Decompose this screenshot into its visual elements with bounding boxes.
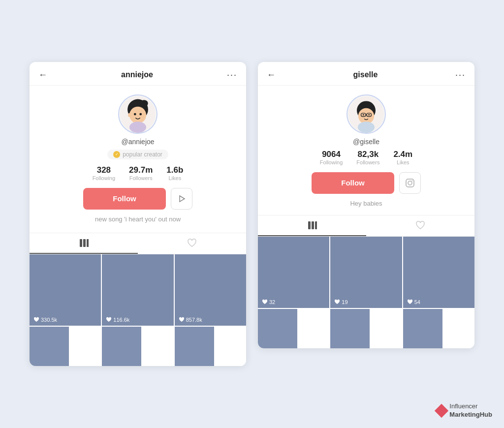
svg-point-4 bbox=[134, 113, 136, 115]
giselle-grid-tab[interactable] bbox=[258, 215, 366, 236]
svg-point-6 bbox=[129, 122, 146, 133]
svg-point-23 bbox=[411, 180, 412, 181]
giselle-card: ← giselle ··· bbox=[258, 62, 474, 348]
grid-item-3: 857.8k bbox=[175, 254, 246, 326]
anniejoe-profile: @anniejoe ✓ popular creator 328 Followin… bbox=[30, 86, 246, 233]
svg-point-3 bbox=[129, 107, 146, 123]
svg-point-19 bbox=[368, 114, 370, 116]
svg-marker-8 bbox=[180, 196, 185, 202]
svg-rect-11 bbox=[87, 239, 89, 247]
anniejoe-handle: @anniejoe bbox=[121, 138, 154, 146]
more-options-button[interactable]: ··· bbox=[227, 70, 237, 80]
popular-creator-badge: ✓ popular creator bbox=[107, 150, 168, 159]
back-button[interactable]: ← bbox=[38, 70, 47, 80]
anniejoe-header: ← anniejoe ··· bbox=[30, 62, 246, 86]
giselle-handle: @giselle bbox=[353, 138, 379, 146]
badge-check-icon: ✓ bbox=[113, 151, 120, 158]
giselle-actions: Follow bbox=[266, 172, 467, 194]
giselle-following-stat: 9064 Following bbox=[320, 150, 343, 165]
grid-item-5 bbox=[102, 327, 141, 366]
anniejoe-grid: 330.5k 116.6k 857.8k bbox=[30, 254, 246, 366]
grid-tab[interactable] bbox=[30, 233, 138, 254]
giselle-grid-item-4 bbox=[258, 309, 297, 348]
likes-tab[interactable] bbox=[138, 233, 246, 254]
giselle-likes-tab[interactable] bbox=[366, 215, 474, 236]
giselle-grid-item-3: 54 bbox=[403, 237, 474, 308]
grid-like-2: 116.6k bbox=[106, 317, 129, 323]
giselle-grid-like-3: 54 bbox=[407, 299, 420, 305]
giselle-profile: @giselle 9064 Following 82,3k Followers … bbox=[258, 86, 474, 215]
grid-like-3: 857.8k bbox=[179, 317, 202, 323]
svg-rect-25 bbox=[312, 221, 314, 229]
giselle-tabs bbox=[258, 215, 474, 237]
watermark: Influencer MarketingHub bbox=[437, 402, 492, 419]
giselle-bio: Hey babies bbox=[350, 200, 382, 207]
giselle-grid-item-6 bbox=[403, 309, 442, 348]
anniejoe-actions: Follow bbox=[37, 188, 238, 210]
svg-point-14 bbox=[358, 108, 374, 123]
follow-button[interactable]: Follow bbox=[83, 188, 166, 210]
anniejoe-username: anniejoe bbox=[121, 70, 153, 79]
svg-point-18 bbox=[363, 114, 364, 116]
giselle-stats: 9064 Following 82,3k Followers 2.4m Like… bbox=[320, 150, 412, 165]
avatar bbox=[118, 94, 158, 134]
svg-point-5 bbox=[139, 113, 142, 115]
giselle-grid-like-1: 32 bbox=[262, 299, 275, 305]
svg-rect-26 bbox=[315, 221, 317, 229]
giselle-grid-item-2: 19 bbox=[330, 237, 402, 308]
following-stat: 328 Following bbox=[93, 165, 115, 181]
grid-item-4 bbox=[30, 327, 69, 366]
giselle-grid-item-5 bbox=[330, 309, 370, 348]
giselle-likes-stat: 2.4m Likes bbox=[393, 150, 412, 165]
anniejoe-bio: new song 'i heart you' out now bbox=[95, 215, 181, 223]
likes-stat: 1.6b Likes bbox=[166, 165, 183, 181]
grid-item-1: 330.5k bbox=[30, 254, 101, 326]
anniejoe-card: ← anniejoe ··· bbox=[30, 62, 246, 366]
svg-rect-24 bbox=[308, 221, 311, 229]
anniejoe-stats: 328 Following 29.7m Followers 1.6b Likes bbox=[93, 165, 184, 181]
instagram-button[interactable] bbox=[399, 172, 421, 194]
svg-point-20 bbox=[358, 122, 375, 133]
svg-rect-9 bbox=[80, 239, 82, 247]
svg-rect-10 bbox=[83, 239, 86, 247]
giselle-grid-item-1: 32 bbox=[258, 237, 329, 308]
giselle-avatar bbox=[346, 94, 386, 134]
giselle-grid-like-2: 19 bbox=[334, 299, 347, 305]
giselle-username: giselle bbox=[353, 70, 378, 79]
giselle-grid: 32 19 54 bbox=[258, 237, 474, 348]
svg-rect-21 bbox=[406, 179, 414, 187]
watermark-text: Influencer MarketingHub bbox=[449, 402, 492, 419]
giselle-header: ← giselle ··· bbox=[258, 62, 474, 86]
grid-like-1: 330.5k bbox=[33, 317, 57, 323]
grid-item-2: 116.6k bbox=[102, 254, 173, 326]
anniejoe-tabs bbox=[30, 233, 246, 254]
giselle-more-options[interactable]: ··· bbox=[455, 70, 466, 80]
svg-point-7 bbox=[128, 113, 131, 117]
grid-item-6 bbox=[175, 327, 214, 366]
svg-point-22 bbox=[408, 181, 412, 185]
followers-stat: 29.7m Followers bbox=[129, 165, 153, 181]
giselle-followers-stat: 82,3k Followers bbox=[356, 150, 379, 165]
watermark-diamond-icon bbox=[435, 404, 448, 418]
giselle-back-button[interactable]: ← bbox=[267, 70, 276, 80]
giselle-follow-button[interactable]: Follow bbox=[312, 172, 394, 194]
video-button[interactable] bbox=[171, 188, 192, 210]
